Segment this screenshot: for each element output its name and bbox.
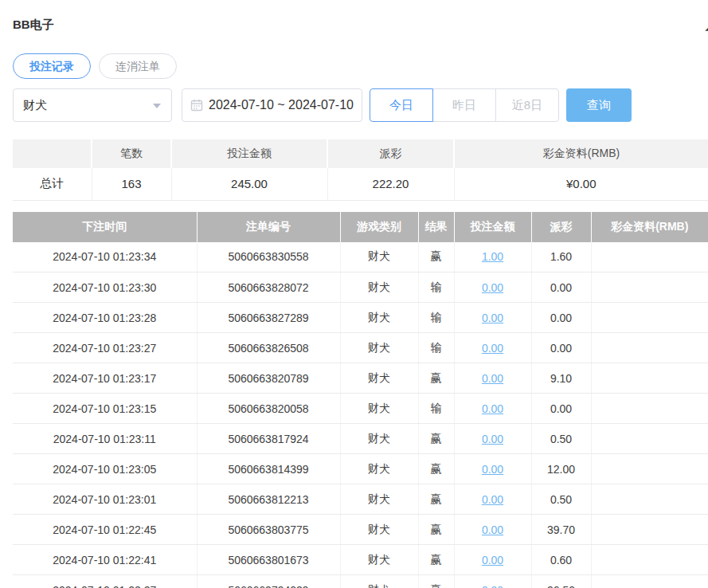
game-type-cell: 财犬 — [340, 575, 418, 588]
summary-header-bet: 投注金额 — [171, 139, 327, 168]
bonus-cell — [591, 394, 708, 424]
result-cell: 赢 — [418, 424, 454, 454]
bonus-cell — [591, 272, 708, 303]
table-row: 2024-07-10 01:23:275060663826508财犬输0.000… — [13, 333, 708, 363]
header-bet-amount: 投注金额 — [454, 212, 531, 242]
payout-cell: 9.10 — [531, 363, 591, 394]
last-8-days-button[interactable]: 近8日 — [495, 88, 559, 122]
order-no-cell: 5060663801673 — [197, 545, 340, 575]
game-type-cell: 财犬 — [340, 303, 418, 333]
bet-amount-cell: 0.00 — [454, 363, 531, 394]
bet-amount-link[interactable]: 0.00 — [482, 584, 503, 588]
game-type-cell: 财犬 — [340, 545, 418, 575]
result-cell: 输 — [418, 272, 454, 303]
result-cell: 赢 — [418, 242, 454, 272]
records-header-row: 下注时间 注单编号 游戏类别 结果 投注金额 派彩 彩金资料(RMB) — [13, 212, 708, 242]
bet-amount-cell: 0.00 — [454, 333, 531, 363]
bet-amount-link[interactable]: 0.00 — [482, 402, 503, 415]
table-row: 2024-07-10 01:23:345060663830558财犬赢1.001… — [13, 242, 708, 272]
order-no-cell: 5060663814399 — [197, 454, 340, 484]
today-button[interactable]: 今日 — [370, 88, 433, 122]
bet-time-cell: 2024-07-10 01:23:15 — [13, 394, 197, 424]
total-count: 163 — [92, 168, 171, 200]
result-cell: 赢 — [418, 484, 454, 515]
bet-time-cell: 2024-07-10 01:23:01 — [13, 484, 197, 515]
bet-amount-cell: 0.00 — [454, 545, 531, 575]
order-no-cell: 5060663826508 — [197, 333, 340, 363]
game-type-cell: 财犬 — [340, 454, 418, 484]
header-result: 结果 — [418, 212, 454, 242]
header-order-no: 注单编号 — [197, 212, 340, 242]
bet-amount-link[interactable]: 0.00 — [482, 493, 503, 506]
bonus-cell — [591, 484, 708, 515]
bet-amount-cell: 0.00 — [454, 424, 531, 454]
bet-time-cell: 2024-07-10 01:23:30 — [13, 272, 197, 303]
calendar-icon — [190, 99, 203, 112]
order-no-cell: 5060663827289 — [197, 303, 340, 333]
summary-total-row: 总计 163 245.00 222.20 ¥0.00 — [13, 168, 708, 200]
payout-cell: 12.00 — [531, 454, 591, 484]
bonus-cell — [591, 454, 708, 484]
game-select[interactable]: 财犬 — [13, 88, 172, 122]
total-payout: 222.20 — [327, 168, 454, 200]
record-type-tabs: 投注记录 连消注单 — [13, 53, 708, 79]
order-no-cell: 5060663817924 — [197, 424, 340, 454]
payout-cell: 0.00 — [531, 303, 591, 333]
payout-cell: 1.60 — [531, 242, 591, 272]
bet-amount-link[interactable]: 1.00 — [482, 250, 503, 263]
bet-amount-link[interactable]: 0.00 — [482, 342, 503, 355]
summary-header-count: 笔数 — [92, 139, 171, 168]
date-range-input[interactable]: 2024-07-10 ~ 2024-07-10 — [182, 88, 362, 122]
table-row: 2024-07-10 01:23:015060663812213财犬赢0.000… — [13, 484, 708, 515]
game-type-cell: 财犬 — [340, 424, 418, 454]
filter-toolbar: 财犬 2024-07-10 ~ 2024-07-10 今日 — [13, 88, 708, 122]
bet-amount-link[interactable]: 0.00 — [482, 312, 503, 324]
records-body: 2024-07-10 01:23:345060663830558财犬赢1.001… — [13, 242, 708, 588]
summary-header-empty — [13, 139, 92, 168]
table-row: 2024-07-10 01:23:285060663827289财犬输0.000… — [13, 303, 708, 333]
bonus-cell — [591, 363, 708, 394]
order-no-cell: 5060663828072 — [197, 272, 340, 303]
chevron-down-icon — [153, 104, 161, 108]
bonus-cell — [591, 333, 708, 363]
bet-amount-cell: 0.00 — [454, 394, 531, 424]
bonus-cell — [591, 242, 708, 272]
bet-time-cell: 2024-07-10 01:23:34 — [13, 242, 197, 272]
total-bonus: ¥0.00 — [454, 168, 708, 200]
order-no-cell: 5060663794029 — [197, 575, 340, 588]
order-no-cell: 5060663803775 — [197, 515, 340, 545]
bonus-cell — [591, 515, 708, 545]
bet-amount-link[interactable]: 0.00 — [482, 523, 503, 536]
order-no-cell: 5060663820058 — [197, 394, 340, 424]
bonus-cell — [591, 303, 708, 333]
bet-amount-link[interactable]: 0.00 — [482, 554, 503, 566]
result-cell: 赢 — [418, 454, 454, 484]
date-range-value: 2024-07-10 ~ 2024-07-10 — [209, 98, 354, 112]
bet-amount-link[interactable]: 0.00 — [482, 372, 503, 385]
bet-time-cell: 2024-07-10 01:22:45 — [13, 515, 197, 545]
bet-amount-cell: 0.00 — [454, 303, 531, 333]
bonus-cell — [591, 575, 708, 588]
game-type-cell: 财犬 — [340, 272, 418, 303]
game-type-cell: 财犬 — [340, 363, 418, 394]
bet-amount-link[interactable]: 0.00 — [482, 463, 503, 476]
bet-amount-link[interactable]: 0.00 — [482, 433, 503, 445]
table-row: 2024-07-10 01:23:055060663814399财犬赢0.001… — [13, 454, 708, 484]
yesterday-button[interactable]: 昨日 — [432, 88, 496, 122]
payout-cell: 36.50 — [531, 575, 591, 588]
summary-header-row: 笔数 投注金额 派彩 彩金资料(RMB) — [13, 139, 708, 168]
header-payout: 派彩 — [531, 212, 591, 242]
tab-betting-records[interactable]: 投注记录 — [13, 53, 91, 79]
tab-cancelled-orders[interactable]: 连消注单 — [99, 53, 177, 79]
result-cell: 赢 — [418, 545, 454, 575]
bet-amount-link[interactable]: 0.00 — [482, 281, 503, 294]
payout-cell: 0.50 — [531, 424, 591, 454]
search-button[interactable]: 查询 — [566, 88, 632, 122]
game-type-cell: 财犬 — [340, 484, 418, 515]
order-no-cell: 5060663812213 — [197, 484, 340, 515]
bet-time-cell: 2024-07-10 01:23:11 — [13, 424, 197, 454]
header-bonus: 彩金资料(RMB) — [591, 212, 708, 242]
result-cell: 输 — [418, 394, 454, 424]
total-bet-amount: 245.00 — [171, 168, 327, 200]
table-row: 2024-07-10 01:23:305060663828072财犬输0.000… — [13, 272, 708, 303]
